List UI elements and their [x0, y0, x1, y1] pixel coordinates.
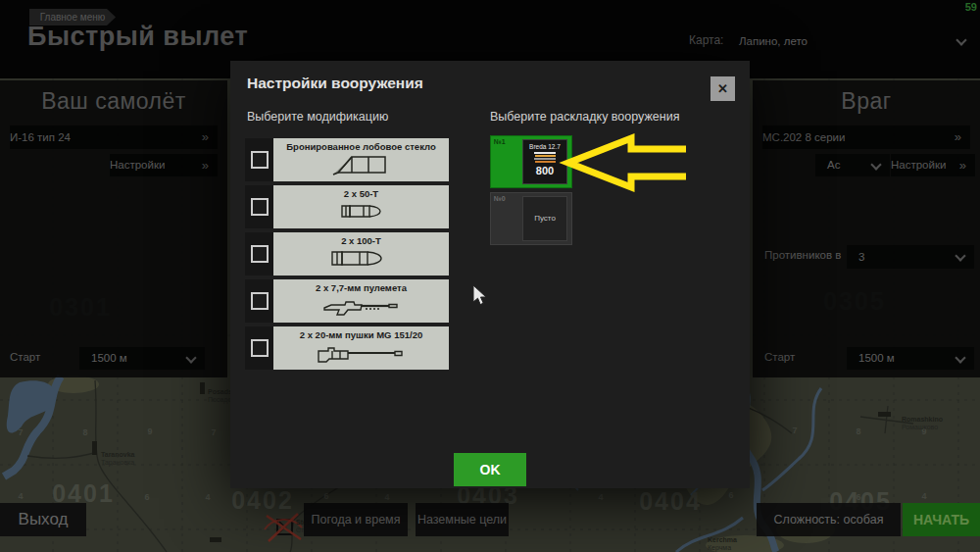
mod-checkbox[interactable] [251, 198, 269, 216]
mod-panel: Бронированное лобовое стекло [273, 138, 449, 181]
bomb-large-icon [283, 246, 440, 272]
weapon-settings-modal: Настройки вооружения ✕ Выберите модифика… [230, 61, 750, 488]
close-icon[interactable]: ✕ [710, 76, 735, 101]
ammo-belt-icon [533, 152, 557, 164]
loadout-empty-label: Пусто [523, 197, 566, 240]
highlight-arrow [559, 131, 696, 194]
mod-row-armored-windscreen[interactable]: Бронированное лобовое стекло [245, 138, 449, 181]
mod-checkbox-strip [245, 326, 273, 370]
mod-label: 2 x 7,7-мм пулемета [273, 282, 449, 293]
mod-row-2x77mm-mg[interactable]: 2 x 7,7-мм пулемета [245, 279, 449, 323]
mod-row-2x20mm-mg15120[interactable]: 2 x 20-мм пушки MG 151/20 [245, 326, 449, 370]
mod-checkbox-strip [245, 185, 273, 228]
bomb-icon [283, 199, 440, 225]
mod-panel: 2 x 100-Т [273, 232, 449, 276]
mod-checkbox[interactable] [251, 292, 269, 310]
machine-gun-icon [283, 293, 440, 319]
mod-row-2x100t[interactable]: 2 x 100-Т [245, 232, 449, 276]
mod-checkbox-strip [245, 279, 273, 323]
modifications-header: Выберите модификацию [247, 110, 388, 124]
loadout-slot-number: №0 [494, 195, 506, 202]
mod-checkbox[interactable] [251, 245, 269, 263]
cannon-icon [283, 340, 440, 366]
mod-checkbox[interactable] [251, 151, 269, 169]
mod-label: 2 x 20-мм пушки MG 151/20 [273, 329, 449, 340]
loadout-header: Выберите раскладку вооружения [490, 110, 679, 124]
mouse-cursor [470, 284, 490, 308]
mod-label: 2 x 50-Т [273, 188, 449, 199]
mod-checkbox-strip [245, 232, 273, 276]
loadout-slot-content: Пусто [522, 196, 567, 241]
ok-button[interactable]: OK [454, 453, 526, 486]
modal-title: Настройки вооружения [247, 75, 423, 92]
mod-label: 2 x 100-Т [273, 235, 449, 246]
mod-panel: 2 x 50-Т [273, 185, 449, 228]
mod-checkbox-strip [245, 138, 273, 181]
mod-panel: 2 x 20-мм пушки MG 151/20 [273, 326, 449, 370]
armored-windscreen-icon [283, 152, 440, 177]
quick-mission-screen: 0301030504010402040304040405789778946464… [0, 0, 980, 552]
mod-label: Бронированное лобовое стекло [273, 141, 449, 152]
loadout-slot-number: №1 [494, 138, 506, 145]
loadout-slot-empty[interactable]: №0 Пусто [490, 192, 572, 245]
mod-panel: 2 x 7,7-мм пулемета [273, 279, 449, 323]
mod-checkbox[interactable] [251, 339, 269, 357]
mod-row-2x50t[interactable]: 2 x 50-Т [245, 185, 449, 228]
